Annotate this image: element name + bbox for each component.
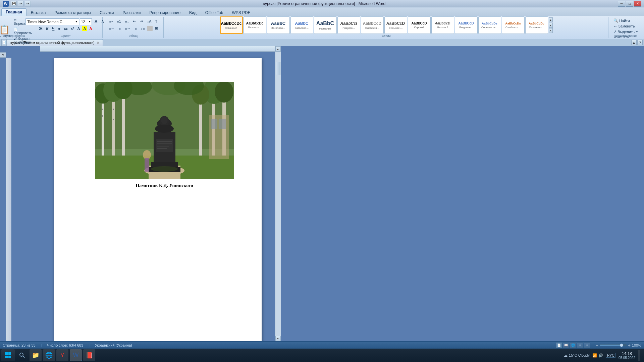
- svg-rect-13: [199, 95, 202, 162]
- font-name-value: Times New Roman C: [27, 20, 62, 24]
- language-indicator[interactable]: РУС: [606, 353, 616, 358]
- font-size-increase-button[interactable]: A: [93, 18, 99, 25]
- word-taskbar-button[interactable]: W: [70, 349, 82, 361]
- zoom-slider[interactable]: [600, 344, 627, 346]
- zoom-minus-button[interactable]: −: [595, 343, 598, 348]
- strikethrough-button[interactable]: з: [57, 26, 62, 31]
- style-podzag[interactable]: AaBbCcI Подзаго...: [337, 16, 360, 34]
- browser-button[interactable]: 🌐: [43, 349, 55, 361]
- full-read-button[interactable]: 📖: [563, 343, 569, 348]
- superscript-button[interactable]: x²: [69, 26, 75, 31]
- bullets-button[interactable]: ≡•: [108, 18, 114, 24]
- tab-vid[interactable]: Вид: [185, 9, 201, 16]
- tab-rassylki[interactable]: Рассылки: [118, 9, 145, 16]
- outline-view-button[interactable]: ≡: [577, 343, 583, 348]
- tab-office[interactable]: Office Tab: [201, 9, 228, 16]
- font-name-selector[interactable]: Times New Roman C ▼: [25, 18, 79, 25]
- align-center-button[interactable]: ≡: [117, 25, 122, 32]
- style-silnaya-c[interactable]: AaBbCcDc Сильная с...: [525, 16, 548, 34]
- tab-ssylki[interactable]: Ссылки: [95, 9, 118, 16]
- style-zagolovok2[interactable]: AaBbC Заголово...: [290, 16, 313, 34]
- font-size-dropdown-icon[interactable]: ▼: [89, 20, 91, 23]
- font-color-button[interactable]: A: [88, 26, 93, 31]
- tab-glavnaya[interactable]: Главная: [1, 8, 26, 16]
- tab-razmetka[interactable]: Разметка страницы: [50, 9, 95, 16]
- styles-expand[interactable]: ▾: [549, 28, 553, 33]
- style-strogiy[interactable]: AaBbCcD Строгий: [408, 16, 431, 34]
- highlight-button[interactable]: A: [82, 26, 87, 31]
- clock: 14:18 05.05.2022: [619, 351, 635, 360]
- draft-view-button[interactable]: ≡: [584, 343, 590, 348]
- doc-tab-close[interactable]: ✕: [97, 41, 99, 45]
- style-citata[interactable]: AaBbCcD Цитата 2: [431, 16, 454, 34]
- text-effects-button[interactable]: A: [76, 26, 81, 31]
- numbering-button[interactable]: ≡1: [115, 18, 123, 24]
- zoom-plus-button[interactable]: +: [628, 343, 631, 348]
- style-vydelenie[interactable]: AaBbCcD Выделен...: [455, 16, 478, 34]
- align-right-button[interactable]: ≡→: [123, 25, 132, 32]
- maximize-button[interactable]: □: [626, 1, 633, 7]
- sort-button[interactable]: ↕A: [145, 18, 153, 24]
- style-silnoe[interactable]: AaBbCcD Сильное ...: [384, 16, 407, 34]
- style-bez[interactable]: AaBbCcDc Без инте...: [244, 16, 266, 34]
- scroll-thumb[interactable]: [276, 62, 280, 75]
- start-button[interactable]: [1, 349, 15, 361]
- bold-button[interactable]: Ж: [38, 26, 44, 31]
- document-page: Памятник К.Д. Ушинского: [54, 58, 262, 341]
- minimize-button[interactable]: ─: [618, 1, 625, 7]
- font-size-selector[interactable]: 12 ▼: [80, 18, 92, 25]
- replace-button[interactable]: ↔ Заменить: [612, 24, 639, 28]
- print-layout-button[interactable]: 📄: [556, 343, 562, 348]
- line-spacing-button[interactable]: ↕≡: [139, 25, 147, 32]
- borders-button[interactable]: ⊞: [153, 25, 160, 32]
- svg-rect-8: [113, 109, 114, 110]
- style-silnaya-ss[interactable]: AaBbCcDs Сильная сс...: [478, 16, 501, 34]
- tab-wps[interactable]: WPS PDF: [227, 9, 255, 16]
- right-scrollbar: ▲ ▼: [275, 46, 280, 341]
- file-explorer-button[interactable]: 📁: [30, 349, 42, 361]
- justify-button[interactable]: ≡: [133, 25, 138, 32]
- style-nazvanie[interactable]: AaBbC Название: [314, 16, 337, 34]
- zoom-percent[interactable]: 100%: [632, 343, 641, 347]
- align-left-button[interactable]: ≡←: [107, 25, 116, 32]
- multilevel-list-button[interactable]: ≡↓: [123, 18, 131, 24]
- close-button[interactable]: ✕: [634, 1, 641, 7]
- styles-scroll-up[interactable]: ▲: [549, 17, 553, 22]
- style-zagolovok1[interactable]: AaBbC Заголово...: [267, 16, 290, 34]
- yandex-button[interactable]: Y: [56, 349, 68, 361]
- styles-scroll-down[interactable]: ▼: [549, 23, 553, 28]
- show-marks-button[interactable]: ¶: [154, 18, 159, 24]
- increase-indent-button[interactable]: ⇥: [138, 18, 145, 24]
- svg-rect-46: [5, 356, 8, 358]
- style-slabaya[interactable]: AaBbCcDs Слабая сс...: [502, 16, 525, 34]
- style-obychny[interactable]: AaBbCcDc Обычный: [220, 16, 243, 34]
- decrease-indent-button[interactable]: ⇤: [131, 18, 138, 24]
- style-slaboe[interactable]: AaBbCcD Слабое в...: [361, 16, 384, 34]
- subscript-button[interactable]: x₂: [63, 26, 69, 31]
- tab-vstavka[interactable]: Вставка: [26, 9, 50, 16]
- paragraph-mark-corner[interactable]: ¶: [0, 52, 6, 58]
- quick-redo[interactable]: ↪: [25, 1, 31, 6]
- show-desktop-button[interactable]: [638, 350, 640, 361]
- scroll-up-button[interactable]: ▲: [275, 46, 281, 52]
- shading-button[interactable]: [147, 26, 153, 31]
- underline-button[interactable]: Ч: [51, 26, 56, 31]
- window-title: курсач [Режим ограниченной функционально…: [31, 1, 618, 6]
- search-button[interactable]: [16, 349, 28, 361]
- quick-save[interactable]: 💾: [11, 1, 17, 6]
- window-controls: ─ □ ✕: [618, 1, 641, 7]
- network-icon[interactable]: 📶: [592, 353, 597, 358]
- select-button[interactable]: ↗ Выделить ▼: [612, 29, 639, 34]
- app2-button[interactable]: 📕: [83, 349, 95, 361]
- monument-image: [95, 82, 234, 179]
- svg-point-43: [151, 166, 178, 172]
- sound-icon[interactable]: 🔊: [598, 353, 603, 358]
- scroll-down-button[interactable]: ▼: [275, 336, 281, 341]
- italic-button[interactable]: К: [45, 26, 50, 31]
- quick-undo[interactable]: ↩: [18, 1, 24, 6]
- tab-recenzirovanie[interactable]: Рецензирование: [145, 9, 185, 16]
- zoom-handle[interactable]: [620, 344, 623, 347]
- font-name-dropdown-icon[interactable]: ▼: [75, 20, 78, 23]
- find-button[interactable]: 🔍 Найти: [612, 18, 639, 23]
- web-view-button[interactable]: 🌐: [570, 343, 576, 348]
